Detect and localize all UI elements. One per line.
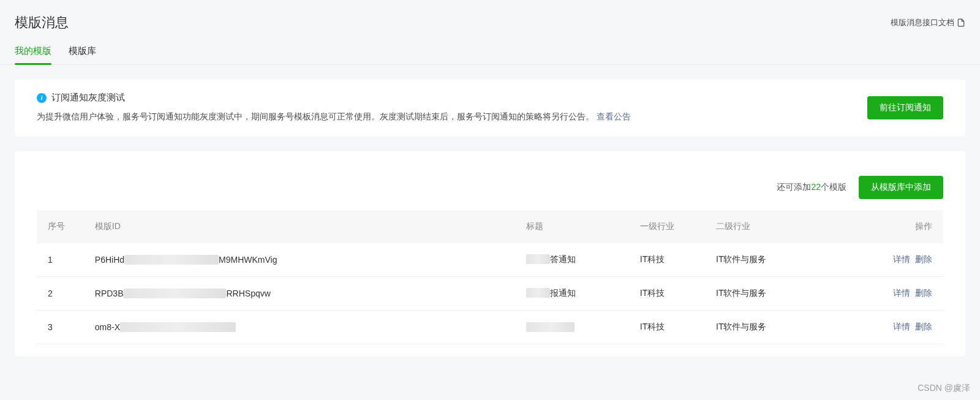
- tabs: 我的模版 模版库: [0, 32, 980, 65]
- delete-link[interactable]: 删除: [915, 254, 932, 264]
- cell-title: ████答通知: [519, 243, 633, 277]
- page-title: 模版消息: [15, 13, 69, 32]
- templates-table: 序号 模版ID 标题 一级行业 二级行业 操作 1P6HiHdxxxxxxxxx…: [37, 210, 943, 344]
- table-card: 还可添加22个模版 从模版库中添加 序号 模版ID 标题 一级行业 二级行业 操…: [15, 151, 965, 357]
- watermark: CSDN @虞泽: [918, 383, 970, 394]
- quota-text: 还可添加22个模版: [777, 182, 846, 193]
- th-title: 标题: [519, 210, 633, 243]
- tab-template-library[interactable]: 模版库: [69, 45, 96, 64]
- document-icon: [957, 18, 965, 27]
- cell-template-id: RPD3BxxxxxxxxxxxxxxxxxxxxxxxxRRHSpqvw: [88, 277, 519, 311]
- cell-ops: 详情删除: [867, 277, 943, 311]
- detail-link[interactable]: 详情: [893, 322, 910, 331]
- cell-title: ████████: [519, 311, 633, 344]
- th-seq: 序号: [37, 210, 88, 243]
- detail-link[interactable]: 详情: [893, 254, 910, 264]
- cell-cat1: IT科技: [633, 311, 709, 344]
- table-row: 2RPD3BxxxxxxxxxxxxxxxxxxxxxxxxRRHSpqvw██…: [37, 277, 943, 311]
- cell-cat2: IT软件与服务: [709, 277, 867, 311]
- table-row: 1P6HiHdxxxxxxxxxxxxxxxxxxxxxxM9MHWKmVig█…: [37, 243, 943, 277]
- th-ops: 操作: [867, 210, 943, 243]
- table-row: 3om8-Xxxxxxxxxxxxxxxxxxxxxxxxxxxx███████…: [37, 311, 943, 344]
- delete-link[interactable]: 删除: [915, 288, 932, 298]
- cell-template-id: om8-Xxxxxxxxxxxxxxxxxxxxxxxxxxxx: [88, 311, 519, 344]
- cell-title: ████报通知: [519, 277, 633, 311]
- goto-subscribe-button[interactable]: 前往订阅通知: [867, 96, 943, 119]
- notice-desc: 为提升微信用户体验，服务号订阅通知功能灰度测试中，期间服务号模板消息可正常使用。…: [37, 110, 867, 123]
- th-cat1: 一级行业: [633, 210, 709, 243]
- doc-link[interactable]: 模版消息接口文档: [891, 13, 965, 28]
- cell-cat2: IT软件与服务: [709, 311, 867, 344]
- cell-ops: 详情删除: [867, 243, 943, 277]
- quota-count: 22: [811, 182, 821, 192]
- cell-cat1: IT科技: [633, 243, 709, 277]
- doc-link-label: 模版消息接口文档: [891, 17, 954, 28]
- add-from-library-button[interactable]: 从模版库中添加: [859, 176, 943, 199]
- cell-template-id: P6HiHdxxxxxxxxxxxxxxxxxxxxxxM9MHWKmVig: [88, 243, 519, 277]
- delete-link[interactable]: 删除: [915, 322, 932, 331]
- notice-card: i 订阅通知灰度测试 为提升微信用户体验，服务号订阅通知功能灰度测试中，期间服务…: [15, 80, 965, 137]
- info-icon: i: [37, 93, 47, 103]
- cell-cat2: IT软件与服务: [709, 243, 867, 277]
- cell-ops: 详情删除: [867, 311, 943, 344]
- cell-seq: 2: [37, 277, 88, 311]
- quota-suffix: 个模版: [821, 182, 846, 192]
- th-cat2: 二级行业: [709, 210, 867, 243]
- notice-desc-text: 为提升微信用户体验，服务号订阅通知功能灰度测试中，期间服务号模板消息可正常使用。…: [37, 111, 594, 121]
- notice-title: 订阅通知灰度测试: [51, 92, 125, 104]
- cell-seq: 3: [37, 311, 88, 344]
- detail-link[interactable]: 详情: [893, 288, 910, 298]
- notice-announcement-link[interactable]: 查看公告: [597, 111, 631, 121]
- tab-my-templates[interactable]: 我的模版: [15, 45, 51, 64]
- quota-prefix: 还可添加: [777, 182, 811, 192]
- cell-seq: 1: [37, 243, 88, 277]
- th-id: 模版ID: [88, 210, 519, 243]
- cell-cat1: IT科技: [633, 277, 709, 311]
